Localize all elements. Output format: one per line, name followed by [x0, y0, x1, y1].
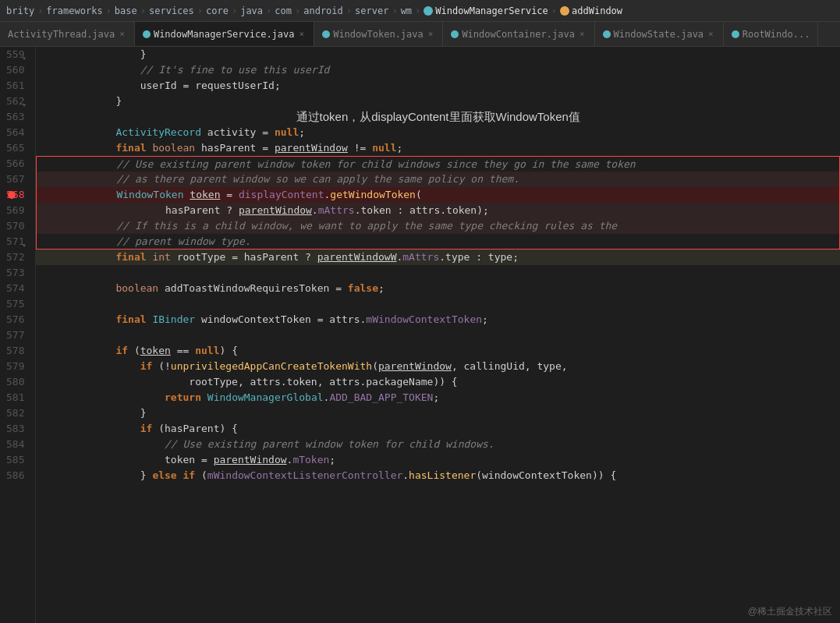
- line-number: ▾562: [6, 94, 29, 109]
- tab-close-icon[interactable]: ×: [118, 28, 126, 40]
- breadcrumb-method[interactable]: addWindow: [560, 5, 622, 16]
- breadcrumb-item[interactable]: android: [303, 5, 343, 16]
- code-line: }: [36, 94, 840, 109]
- code-content[interactable]: } // It's fine to use this userId userId…: [36, 47, 840, 623]
- tab-label: WindowState.java: [614, 29, 704, 40]
- code-line: ActivityRecord activity = null;: [36, 125, 840, 140]
- tabs-bar: ActivityThread.java × WindowManagerServi…: [0, 22, 840, 47]
- line-number: 569: [6, 203, 29, 218]
- code-editor: ▾559 560 561 ▾562 563 564 565 566 567 56…: [0, 47, 840, 623]
- tab-root-window[interactable]: RootWindo...: [724, 22, 819, 47]
- line-number: 564: [6, 125, 29, 140]
- code-line: boolean addToastWindowRequiresToken = fa…: [36, 281, 840, 296]
- line-number: 567: [6, 172, 29, 187]
- line-number: 580: [6, 374, 29, 390]
- line-number: 560: [6, 62, 29, 78]
- tab-file-icon: [451, 30, 459, 38]
- code-line: if (!unprivilegedAppCanCreateTokenWith(p…: [36, 359, 840, 374]
- line-number: 573: [6, 265, 29, 281]
- line-numbers: ▾559 560 561 ▾562 563 564 565 566 567 56…: [0, 47, 36, 623]
- code-line-breakpoint: WindowToken token = displayContent.getWi…: [36, 187, 840, 203]
- watermark: @稀土掘金技术社区: [748, 605, 832, 618]
- line-number: 579: [6, 359, 29, 374]
- code-line: }: [36, 47, 840, 62]
- tab-window-manager-service[interactable]: WindowManagerService.java ×: [135, 22, 314, 47]
- code-line: if (token == null) {: [36, 343, 840, 359]
- line-number: 581: [6, 390, 29, 405]
- code-line: hasParent ? parentWindow.mAttrs.token : …: [36, 203, 840, 218]
- breadcrumb-item[interactable]: java: [240, 5, 263, 16]
- breadcrumb-item[interactable]: com: [275, 5, 292, 16]
- tab-window-state[interactable]: WindowState.java ×: [595, 22, 724, 47]
- tab-file-icon: [322, 30, 330, 38]
- code-line: token = parentWindow.mToken;: [36, 452, 840, 468]
- code-line: }: [36, 405, 840, 421]
- line-number: ▾559: [6, 47, 29, 62]
- code-line: // It's fine to use this userId: [36, 62, 840, 78]
- tab-close-icon[interactable]: ×: [707, 28, 715, 40]
- line-number: 578: [6, 343, 29, 359]
- code-line: // Use existing parent window token for …: [36, 437, 840, 452]
- code-line: // parent window type.: [36, 234, 840, 250]
- code-line-annotation: 通过token，从displayContent里面获取WindowToken值: [36, 109, 840, 125]
- code-line: // as there parent window so we can appl…: [36, 172, 840, 187]
- line-number: 563: [6, 109, 29, 125]
- code-line: userId = requestUserId;: [36, 78, 840, 94]
- code-line: // Use existing parent window token for …: [36, 156, 840, 172]
- code-line: [36, 296, 840, 312]
- code-line: // If this is a child window, we want to…: [36, 218, 840, 234]
- code-line: rootType, attrs.token, attrs.packageName…: [36, 374, 840, 390]
- line-number: 566: [6, 156, 29, 172]
- line-number: 582: [6, 405, 29, 421]
- breadcrumb-item[interactable]: base: [115, 5, 137, 16]
- line-number: 583: [6, 421, 29, 437]
- breadcrumb-item[interactable]: frameworks: [46, 5, 102, 16]
- method-icon: [560, 6, 569, 16]
- code-line: final IBinder windowContextToken = attrs…: [36, 312, 840, 327]
- tab-label: WindowManagerService.java: [154, 29, 295, 40]
- breadcrumb-item[interactable]: services: [149, 5, 194, 16]
- tab-file-icon: [732, 30, 739, 38]
- line-number: 585: [6, 452, 29, 468]
- code-line: [36, 327, 840, 343]
- tab-label: WindowToken.java: [333, 29, 424, 40]
- line-number: 572: [6, 250, 29, 265]
- breadcrumb-class[interactable]: WindowManagerService: [424, 5, 548, 16]
- tab-label: RootWindo...: [743, 29, 810, 40]
- line-number: 575: [6, 296, 29, 312]
- tab-file-icon: [143, 30, 151, 38]
- tab-file-icon: [603, 30, 611, 38]
- line-number: 586: [6, 468, 29, 483]
- breadcrumb: brity › frameworks › base › services › c…: [0, 0, 840, 22]
- line-number: 577: [6, 327, 29, 343]
- code-line: if (hasParent) {: [36, 421, 840, 437]
- line-number: 570: [6, 218, 29, 234]
- line-number: 561: [6, 78, 29, 94]
- code-line-highlighted: final int rootType = hasParent ? parentW…: [36, 250, 840, 265]
- tab-close-icon[interactable]: ×: [427, 28, 435, 40]
- line-number: 584: [6, 437, 29, 452]
- code-line: [36, 265, 840, 281]
- breadcrumb-item[interactable]: server: [355, 5, 388, 16]
- tab-close-icon[interactable]: ×: [298, 28, 307, 40]
- breadcrumb-item[interactable]: core: [206, 5, 229, 16]
- tab-close-icon[interactable]: ×: [578, 28, 587, 40]
- tab-activity-thread[interactable]: ActivityThread.java ×: [0, 22, 135, 47]
- breadcrumb-item[interactable]: brity: [6, 5, 34, 16]
- tab-label: ActivityThread.java: [8, 29, 115, 40]
- line-number: ▾571: [6, 234, 29, 250]
- tab-window-token[interactable]: WindowToken.java ×: [314, 22, 443, 47]
- annotation-text: 通过token，从displayContent里面获取WindowToken值: [296, 109, 580, 125]
- breadcrumb-item[interactable]: wm: [401, 5, 412, 16]
- tab-window-container[interactable]: WindowContainer.java ×: [443, 22, 594, 47]
- line-number: 574: [6, 281, 29, 296]
- code-line: } else if (mWindowContextListenerControl…: [36, 468, 840, 483]
- line-number: 576: [6, 312, 29, 327]
- code-line: final boolean hasParent = parentWindow !…: [36, 140, 840, 156]
- line-number-breakpoint: 568: [6, 187, 29, 203]
- tab-label: WindowContainer.java: [462, 29, 575, 40]
- line-number: 565: [6, 140, 29, 156]
- code-line: return WindowManagerGlobal.ADD_BAD_APP_T…: [36, 390, 840, 405]
- class-icon: [424, 6, 433, 16]
